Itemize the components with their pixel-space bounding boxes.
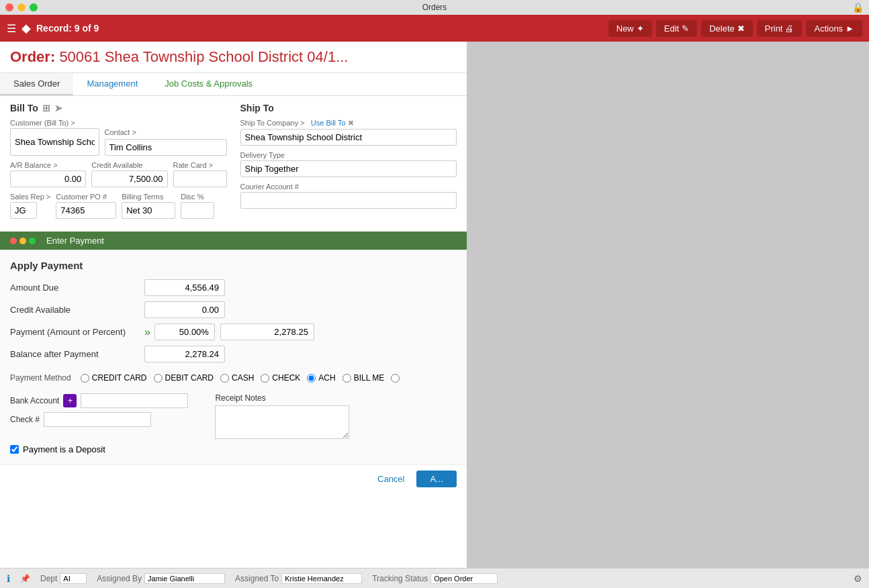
window-title: Orders [422, 3, 447, 12]
ship-to-header: Ship To [240, 103, 457, 113]
radio-other[interactable] [391, 374, 402, 383]
bank-account-label: Bank Account [10, 396, 59, 405]
lock-icon: 🔒 [852, 2, 864, 13]
tab-job-costs[interactable]: Job Costs & Approvals [151, 73, 266, 95]
radio-check[interactable]: CHECK [261, 373, 300, 383]
ship-to-company-field[interactable] [240, 129, 457, 146]
order-panel: Order: 50061 Shea Township School Distri… [0, 42, 467, 568]
courier-field[interactable] [240, 192, 457, 209]
green-arrows-icon[interactable]: » [144, 326, 150, 338]
minimize-button[interactable] [17, 3, 26, 11]
edit-button[interactable]: Edit ✎ [656, 20, 697, 37]
radio-debit-card[interactable]: DEBIT CARD [154, 373, 214, 383]
sales-rep-field[interactable] [10, 202, 37, 219]
radio-bill-me[interactable]: BILL ME [342, 373, 385, 383]
cancel-button[interactable]: Cancel [371, 471, 411, 487]
deposit-checkbox[interactable] [10, 445, 19, 454]
sales-rep-label: Sales Rep > [10, 193, 50, 201]
radio-ach[interactable]: ACH [307, 373, 335, 383]
record-info: Record: 9 of 9 [36, 23, 99, 34]
edit-icon: ✎ [682, 23, 689, 34]
close-button[interactable] [5, 3, 13, 11]
check-num-label: Check # [10, 415, 40, 424]
credit-available-row: Credit Available [10, 301, 457, 318]
right-area: Charge Card 🔒 Total Amount ($): $2,278.2… [467, 42, 869, 568]
tab-management[interactable]: Management [73, 73, 151, 95]
ar-balance-field[interactable] [10, 170, 86, 187]
balance-after-field[interactable] [144, 346, 225, 362]
payment-amount-row: Payment (Amount or Percent) » [10, 324, 457, 340]
courier-label: Courier Account # [240, 183, 457, 191]
apply-button[interactable]: A... [416, 471, 457, 487]
disc-field[interactable] [181, 202, 214, 219]
credit-available-label: Credit Available [91, 161, 167, 169]
balance-after-label: Balance after Payment [10, 349, 144, 359]
payment-method-row: Payment Method CREDIT CARD DEBIT CARD CA… [10, 368, 457, 388]
customer-po-label: Customer PO # [56, 193, 116, 201]
print-icon: 🖨 [785, 23, 794, 34]
nav-arrow-icon[interactable]: ◆ [21, 21, 31, 36]
bank-account-row: Bank Account + Check # Receipt Notes [10, 393, 457, 439]
receipt-notes-field[interactable] [215, 405, 349, 439]
delete-button[interactable]: Delete ✖ [701, 20, 753, 37]
toolbar-left: ☰ ◆ Record: 9 of 9 [7, 21, 602, 36]
customer-field[interactable] [10, 128, 99, 156]
check-num-field[interactable] [44, 412, 151, 427]
menu-icon[interactable]: ☰ [7, 22, 16, 35]
apply-payment: Apply Payment Amount Due Credit Availabl… [0, 250, 467, 464]
credit-available-pay-label: Credit Available [10, 305, 144, 315]
actions-button[interactable]: Actions ► [806, 20, 862, 37]
apply-payment-title: Apply Payment [10, 260, 457, 271]
arrow-icon: ➤ [54, 103, 62, 113]
billing-terms-label: Billing Terms [122, 193, 175, 201]
maximize-button[interactable] [30, 3, 38, 11]
tabs: Sales Order Management Job Costs & Appro… [0, 73, 467, 96]
use-bill-to-link[interactable]: Use Bill To [311, 119, 346, 127]
rate-card-field[interactable] [173, 170, 227, 187]
payment-amount-field[interactable] [220, 324, 314, 340]
ar-balance-label: A/R Balance > [10, 161, 86, 169]
credit-available-field[interactable] [91, 170, 167, 187]
actions-icon: ► [845, 23, 854, 34]
delivery-type-field[interactable] [240, 160, 457, 177]
close-ship-icon[interactable]: ✖ [348, 119, 354, 127]
bank-account-col: Bank Account + [10, 393, 188, 408]
bill-to-col: Bill To ⊞ ➤ Customer (Bill To) > Contact… [10, 103, 227, 224]
radio-credit-card[interactable]: CREDIT CARD [81, 373, 147, 383]
payment-close-btn[interactable] [10, 238, 17, 244]
footer-buttons: Cancel A... [0, 464, 467, 493]
credit-available-pay-field[interactable] [144, 301, 225, 318]
enter-payment-header: Enter Payment [0, 232, 467, 250]
delete-icon: ✖ [737, 23, 745, 34]
bank-add-button[interactable]: + [63, 394, 77, 407]
tab-sales-order[interactable]: Sales Order [0, 73, 73, 95]
payment-percent-field[interactable] [154, 324, 215, 340]
new-button[interactable]: New ✦ [608, 20, 652, 37]
main-content: Order: 50061 Shea Township School Distri… [0, 42, 869, 568]
order-title: Order: 50061 Shea Township School Distri… [0, 42, 467, 73]
check-num-row: Check # [10, 412, 188, 427]
ship-to-col: Ship To Ship To Company > Use Bill To ✖ … [240, 103, 457, 224]
amount-due-field[interactable] [144, 279, 225, 296]
delivery-type-label: Delivery Type [240, 151, 457, 159]
contact-label: Contact > [105, 128, 227, 136]
contact-field[interactable] [105, 139, 227, 156]
payment-window-controls [10, 238, 36, 244]
radio-cash[interactable]: CASH [220, 373, 254, 383]
enter-payment-title: Enter Payment [46, 236, 104, 246]
balance-after-row: Balance after Payment [10, 346, 457, 362]
billing-terms-field[interactable] [122, 202, 175, 219]
amount-due-row: Amount Due [10, 279, 457, 296]
deposit-row: Payment is a Deposit [10, 444, 457, 454]
print-button[interactable]: Print 🖨 [757, 20, 803, 37]
payment-method-label: Payment Method [10, 373, 71, 383]
customer-label: Customer (Bill To) > [10, 119, 227, 127]
title-bar: Orders 🔒 [0, 0, 869, 15]
payment-max-btn[interactable] [29, 238, 36, 244]
bill-to-header: Bill To ⊞ ➤ [10, 103, 227, 113]
address-row: Bill To ⊞ ➤ Customer (Bill To) > Contact… [0, 96, 467, 232]
receipt-notes-label: Receipt Notes [215, 393, 349, 403]
payment-min-btn[interactable] [19, 238, 26, 244]
bank-account-field[interactable] [81, 393, 188, 408]
customer-po-field[interactable] [56, 202, 116, 219]
